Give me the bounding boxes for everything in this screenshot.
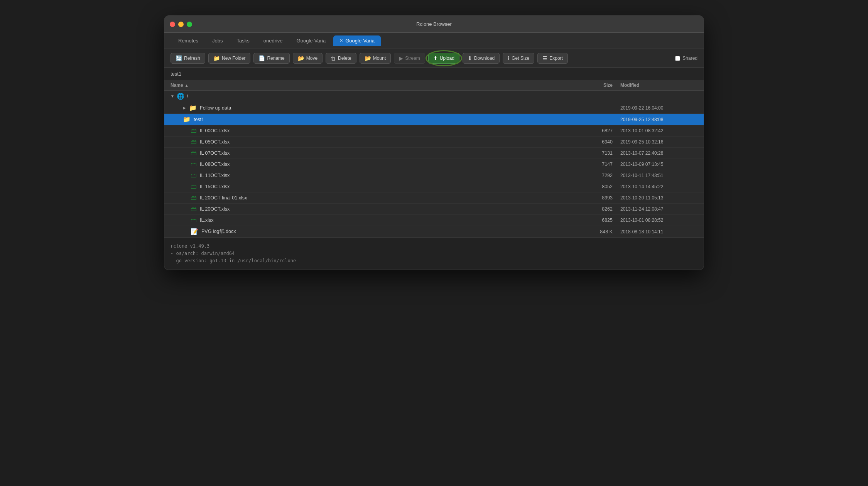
list-item[interactable]: 🗃 IL 11OCT.xlsx 7292 2013-10-11 17:43:51 [164,170,704,181]
expand-arrow: ▼ [171,94,174,98]
tab-jobs[interactable]: Jobs [206,35,229,46]
list-item[interactable]: 🗃 IL 20OCT.xlsx 8262 2013-11-24 12:08:47 [164,204,704,215]
maximize-button[interactable] [187,22,192,27]
excel-icon: 🗃 [191,206,197,213]
excel-icon: 🗃 [191,150,197,157]
download-icon: ⬇ [468,55,472,61]
traffic-lights [170,22,192,27]
move-icon: 📂 [298,55,304,61]
tab-onedrive[interactable]: onedrive [257,35,289,46]
name-cell: 📁 test1 [171,116,582,123]
name-cell: 🗃 IL 07OCT.xlsx [171,150,582,157]
tab-close-icon[interactable]: ✕ [339,38,343,43]
tabs-bar: Remotes Jobs Tasks onedrive Google-Varia… [164,33,704,49]
list-item[interactable]: 🗃 IL 07OCT.xlsx 7131 2013-10-07 22:40:28 [164,148,704,159]
mount-icon: 📂 [365,55,371,61]
close-button[interactable] [170,22,175,27]
col-size: Size [582,83,620,88]
main-window: Rclone Browser Remotes Jobs Tasks onedri… [164,15,704,270]
upload-button[interactable]: ⬆ Upload [428,53,459,64]
path-bar: test1 [164,68,704,80]
list-item[interactable]: ▶ 📁 Follow up data 2019-09-22 16:04:00 [164,102,704,114]
get-size-button[interactable]: ℹ Get Size [503,53,534,64]
new-folder-button[interactable]: 📁 New Folder [208,53,250,64]
name-cell: 📝 PVG log纸.docx [171,228,582,235]
name-cell: 🗃 IL 05OCT.xlsx [171,138,582,145]
excel-icon: 🗃 [191,138,197,145]
name-cell: 🗃 IL 08OCT.xlsx [171,161,582,168]
excel-icon: 🗃 [191,172,197,179]
delete-icon: 🗑 [331,55,336,61]
list-item[interactable]: 📁 test1 2019-09-25 12:48:08 [164,114,704,125]
move-button[interactable]: 📂 Move [293,53,323,64]
file-list: ▼ 🌐 / ▶ 📁 Follow up data 2019-09-22 16:0… [164,91,704,238]
list-item[interactable]: 🗃 IL 05OCT.xlsx 6940 2019-09-25 10:32:16 [164,137,704,148]
name-cell: 🗃 IL 20OCT final 01.xlsx [171,194,582,201]
file-list-header: Name ▲ Size Modified [164,80,704,91]
status-line-3: - go version: go1.13 in /usr/local/bin/r… [171,257,697,265]
col-name: Name ▲ [171,83,582,88]
tab-google-varia-1[interactable]: Google-Varia [290,35,332,46]
new-folder-icon: 📁 [213,55,220,61]
mount-button[interactable]: 📂 Mount [360,53,391,64]
export-button[interactable]: ☰ Export [537,53,568,64]
expand-arrow: ▶ [183,106,186,110]
name-cell: 🗃 IL 15OCT.xlsx [171,183,582,190]
titlebar: Rclone Browser [164,16,704,33]
toolbar: 🔄 Refresh 📁 New Folder 📄 Rename 📂 Move 🗑… [164,49,704,68]
col-modified: Modified [620,83,697,88]
rename-icon: 📄 [258,55,265,61]
root-label: / [187,94,188,99]
upload-icon: ⬆ [433,55,438,61]
shared-checkbox[interactable] [675,56,680,61]
tab-tasks[interactable]: Tasks [231,35,256,46]
excel-icon: 🗃 [191,217,197,224]
refresh-icon: 🔄 [176,55,182,61]
excel-icon: 🗃 [191,194,197,201]
excel-icon: 🗃 [191,183,197,190]
excel-icon: 🗃 [191,161,197,168]
refresh-button[interactable]: 🔄 Refresh [171,53,205,64]
download-button[interactable]: ⬇ Download [463,53,500,64]
folder-icon: 📁 [183,116,191,123]
status-line-1: rclone v1.49.3 [171,243,697,250]
name-cell: ▶ 📁 Follow up data [171,104,582,111]
status-bar: rclone v1.49.3 - os/arch: darwin/amd64 -… [164,238,704,270]
get-size-icon: ℹ [508,55,510,61]
stream-button[interactable]: ▶ Stream [394,53,425,64]
name-cell: 🗃 IL 11OCT.xlsx [171,172,582,179]
folder-icon: 📁 [189,104,197,111]
export-icon: ☰ [542,55,547,61]
list-item[interactable]: 🗃 IL 00OCT.xlsx 6827 2013-10-01 08:32:42 [164,125,704,137]
list-item[interactable]: 🗃 IL 08OCT.xlsx 7147 2013-10-09 07:13:45 [164,159,704,170]
stream-icon: ▶ [399,55,403,61]
list-item[interactable]: 🗃 IL 20OCT final 01.xlsx 8993 2013-10-20… [164,192,704,204]
list-item[interactable]: 🗃 IL.xlsx 6825 2013-10-01 08:28:52 [164,215,704,226]
minimize-button[interactable] [178,22,184,27]
word-icon: 📝 [191,228,198,235]
status-line-2: - os/arch: darwin/amd64 [171,250,697,257]
globe-icon: 🌐 [177,93,184,100]
rename-button[interactable]: 📄 Rename [253,53,289,64]
window-title: Rclone Browser [416,21,452,27]
list-item[interactable]: 📝 PVG log纸.docx 848 K 2018-08-18 10:14:1… [164,226,704,238]
sort-icon: ▲ [185,83,189,88]
tab-remotes[interactable]: Remotes [172,35,204,46]
name-cell: 🗃 IL 20OCT.xlsx [171,206,582,213]
root-row[interactable]: ▼ 🌐 / [164,91,704,102]
excel-icon: 🗃 [191,127,197,134]
delete-button[interactable]: 🗑 Delete [326,53,356,64]
list-item[interactable]: 🗃 IL 15OCT.xlsx 8052 2013-10-14 14:45:22 [164,181,704,192]
name-cell: 🗃 IL.xlsx [171,217,582,224]
tab-google-varia-2[interactable]: ✕ Google-Varia [333,35,381,46]
shared-label[interactable]: Shared [675,56,697,61]
name-cell: 🗃 IL 00OCT.xlsx [171,127,582,134]
